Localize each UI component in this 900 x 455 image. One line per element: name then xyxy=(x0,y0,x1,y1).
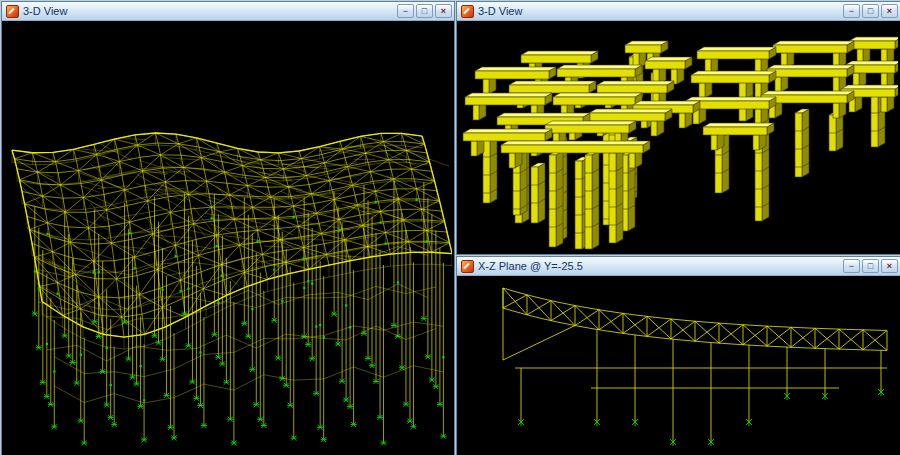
minimize-button[interactable]: − xyxy=(843,259,860,273)
close-button[interactable]: × xyxy=(881,259,898,273)
titlebar[interactable]: 3-D View − □ × xyxy=(457,2,900,21)
window-title: 3-D View xyxy=(23,5,397,17)
window-title: X-Z Plane @ Y=-25.5 xyxy=(478,260,843,272)
window-xz-plane-view: X-Z Plane @ Y=-25.5 − □ × xyxy=(456,256,900,455)
restore-button[interactable]: □ xyxy=(416,4,433,18)
titlebar[interactable]: X-Z Plane @ Y=-25.5 − □ × xyxy=(457,257,900,276)
elevation-viewport[interactable] xyxy=(457,276,898,453)
window-controls: − □ × xyxy=(397,4,452,18)
window-3d-view-extruded: 3-D View − □ × xyxy=(456,1,900,255)
window-controls: − □ × xyxy=(843,259,898,273)
minimize-button[interactable]: − xyxy=(843,4,860,18)
titlebar[interactable]: 3-D View − □ × xyxy=(2,2,454,21)
close-button[interactable]: × xyxy=(435,4,452,18)
restore-button[interactable]: □ xyxy=(862,4,879,18)
extruded-3d-viewport[interactable] xyxy=(457,21,898,252)
close-button[interactable]: × xyxy=(881,4,898,18)
minimize-button[interactable]: − xyxy=(397,4,414,18)
window-controls: − □ × xyxy=(843,4,898,18)
viewport-frame xyxy=(457,21,900,254)
viewport-frame xyxy=(2,21,454,455)
window-title: 3-D View xyxy=(478,5,843,17)
mdi-workspace: 3-D View − □ × 3-D View − □ × xyxy=(0,0,900,455)
window-icon xyxy=(461,260,474,273)
wireframe-3d-viewport[interactable] xyxy=(2,21,452,453)
window-icon xyxy=(461,5,474,18)
restore-button[interactable]: □ xyxy=(862,259,879,273)
window-3d-view-wireframe: 3-D View − □ × xyxy=(1,1,455,455)
viewport-frame xyxy=(457,276,900,455)
window-icon xyxy=(6,5,19,18)
